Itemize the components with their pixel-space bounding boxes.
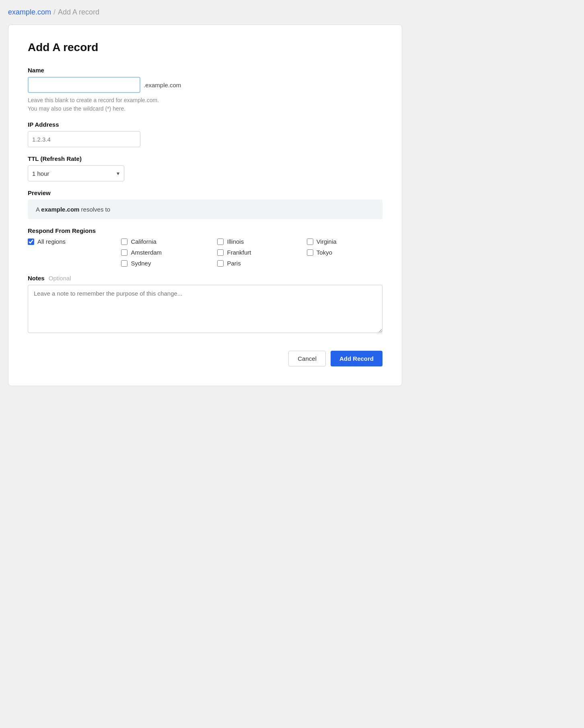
ip-label: IP Address bbox=[28, 121, 382, 128]
name-input[interactable] bbox=[28, 77, 140, 93]
ttl-select[interactable]: 1 hour 5 minutes 30 minutes 2 hours 4 ho… bbox=[28, 165, 124, 181]
breadcrumb-current: Add A record bbox=[58, 8, 99, 16]
region-checkbox-illinois[interactable] bbox=[217, 239, 224, 245]
region-label-amsterdam[interactable]: Amsterdam bbox=[131, 249, 162, 256]
region-label-virginia[interactable]: Virginia bbox=[317, 238, 337, 245]
ttl-select-wrapper: 1 hour 5 minutes 30 minutes 2 hours 4 ho… bbox=[28, 165, 124, 181]
region-item-frankfurt: Frankfurt bbox=[217, 249, 297, 256]
region-checkbox-virginia[interactable] bbox=[307, 239, 313, 245]
region-checkbox-amsterdam[interactable] bbox=[121, 249, 127, 256]
ip-field-group: IP Address bbox=[28, 121, 382, 147]
breadcrumb: example.com / Add A record bbox=[8, 8, 576, 16]
regions-label: Respond From Regions bbox=[28, 227, 382, 234]
ttl-label: TTL (Refresh Rate) bbox=[28, 155, 382, 162]
ip-input[interactable] bbox=[28, 131, 140, 147]
region-label-california[interactable]: California bbox=[131, 238, 156, 245]
notes-optional: Optional bbox=[49, 275, 71, 282]
region-item-california: California bbox=[121, 238, 208, 245]
name-hint-line2: You may also use the wildcard (*) here. bbox=[28, 105, 382, 113]
region-checkbox-frankfurt[interactable] bbox=[217, 249, 224, 256]
name-input-row: .example.com bbox=[28, 77, 382, 93]
region-item-tokyo: Tokyo bbox=[307, 249, 382, 256]
region-item-virginia: Virginia bbox=[307, 238, 382, 245]
page-title: Add A record bbox=[28, 41, 382, 54]
region-item-amsterdam: Amsterdam bbox=[121, 249, 208, 256]
domain-suffix: .example.com bbox=[144, 82, 181, 88]
button-row: Cancel Add Record bbox=[28, 351, 382, 366]
region-label-sydney[interactable]: Sydney bbox=[131, 260, 151, 267]
region-item-all: All regions bbox=[28, 238, 111, 245]
add-record-card: Add A record Name .example.com Leave thi… bbox=[8, 25, 402, 386]
region-label-frankfurt[interactable]: Frankfurt bbox=[227, 249, 251, 256]
region-label-paris[interactable]: Paris bbox=[227, 260, 241, 267]
name-label: Name bbox=[28, 67, 382, 74]
ttl-field-group: TTL (Refresh Rate) 1 hour 5 minutes 30 m… bbox=[28, 155, 382, 181]
notes-textarea[interactable] bbox=[28, 285, 382, 333]
regions-grid: All regions California Illinois Virginia bbox=[28, 238, 382, 267]
notes-label: Notes Optional bbox=[28, 275, 382, 282]
regions-field-group: Respond From Regions All regions Califor… bbox=[28, 227, 382, 267]
name-hint-line1: Leave this blank to create a record for … bbox=[28, 96, 382, 105]
preview-label: Preview bbox=[28, 189, 382, 196]
breadcrumb-domain-link[interactable]: example.com bbox=[8, 8, 51, 16]
region-checkbox-all[interactable] bbox=[28, 239, 34, 245]
add-record-button[interactable]: Add Record bbox=[331, 351, 382, 366]
region-checkbox-paris[interactable] bbox=[217, 260, 224, 267]
preview-domain: example.com bbox=[41, 206, 79, 213]
breadcrumb-separator: / bbox=[53, 8, 56, 16]
cancel-button[interactable]: Cancel bbox=[288, 351, 326, 366]
region-checkbox-california[interactable] bbox=[121, 239, 127, 245]
region-checkbox-tokyo[interactable] bbox=[307, 249, 313, 256]
region-item-sydney: Sydney bbox=[121, 260, 208, 267]
region-item-paris: Paris bbox=[217, 260, 297, 267]
region-label-all[interactable]: All regions bbox=[37, 238, 66, 245]
notes-field-group: Notes Optional bbox=[28, 275, 382, 335]
region-checkbox-sydney[interactable] bbox=[121, 260, 127, 267]
preview-text-end: resolves to bbox=[79, 206, 110, 213]
region-item-illinois: Illinois bbox=[217, 238, 297, 245]
preview-field-group: Preview A example.com resolves to bbox=[28, 189, 382, 219]
name-hint: Leave this blank to create a record for … bbox=[28, 96, 382, 113]
name-field-group: Name .example.com Leave this blank to cr… bbox=[28, 67, 382, 113]
region-label-tokyo[interactable]: Tokyo bbox=[317, 249, 332, 256]
region-label-illinois[interactable]: Illinois bbox=[227, 238, 244, 245]
preview-box: A example.com resolves to bbox=[28, 199, 382, 219]
preview-text-start: A bbox=[36, 206, 41, 213]
